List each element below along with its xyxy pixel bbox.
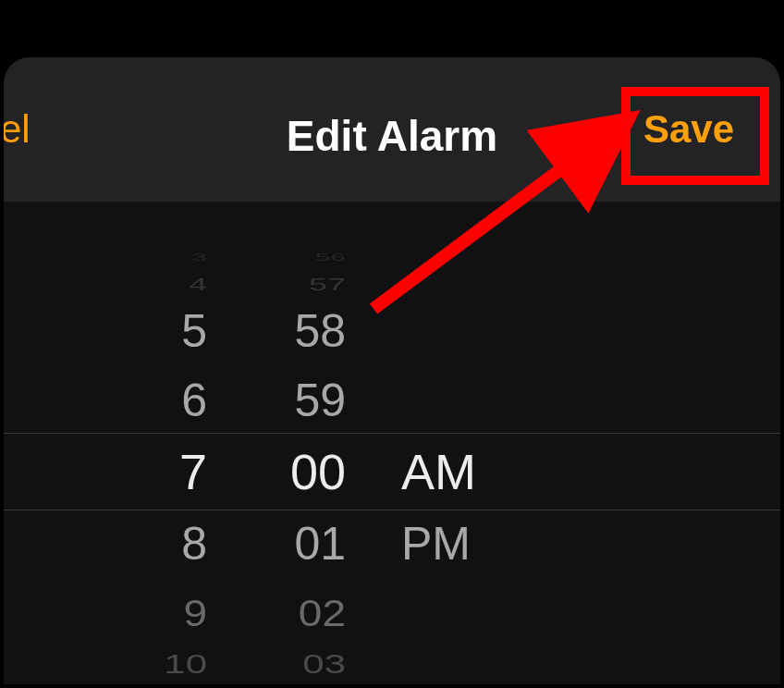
minute-option: 02 [235,580,346,646]
save-button[interactable]: Save [623,91,754,168]
cancel-button[interactable]: el [4,107,46,152]
ampm-option: PM [401,507,531,581]
hour-option: 10 [96,638,207,684]
edit-alarm-sheet: el Edit Alarm Save 3 4 5 6 7 8 9 10 56 5… [4,57,780,684]
hour-option: 8 [96,507,207,581]
page-title: Edit Alarm [287,111,497,161]
minute-option: 03 [235,638,346,684]
minute-option: 01 [235,507,346,581]
ampm-picker-wheel[interactable]: AM PM [401,202,531,684]
minute-picker-wheel[interactable]: 56 57 58 59 00 01 02 03 [235,202,346,684]
minute-selected: 00 [235,435,346,509]
hour-picker-wheel[interactable]: 3 4 5 6 7 8 9 10 [96,202,207,684]
hour-option: 6 [96,363,207,437]
hour-selected: 7 [96,435,207,509]
minute-option: 59 [235,363,346,437]
hour-option: 5 [96,294,207,368]
hour-option: 9 [96,580,207,646]
ampm-selected: AM [401,435,531,509]
nav-bar: el Edit Alarm Save [4,57,780,202]
minute-option: 58 [235,294,346,368]
time-picker-area: 3 4 5 6 7 8 9 10 56 57 58 59 00 01 02 03… [4,202,780,684]
